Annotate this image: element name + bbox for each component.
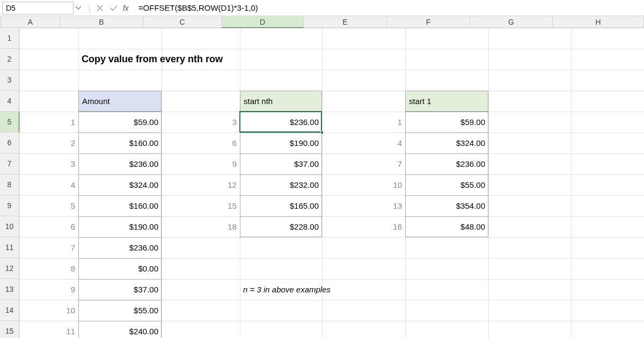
col-header-F[interactable]: F xyxy=(387,16,470,28)
col-header-A[interactable]: A xyxy=(1,16,60,28)
row-header-12[interactable]: 12 xyxy=(0,258,19,279)
amount-idx-8: 9 xyxy=(19,279,78,300)
start-nth-header: start nth xyxy=(240,91,322,112)
amount-idx-1: 2 xyxy=(19,133,78,153)
formula-text: =OFFSET($B$5,ROW(D1)*3-1,0) xyxy=(138,3,258,12)
row-header-10[interactable]: 10 xyxy=(0,216,19,237)
amount-val-4: $160.00 xyxy=(78,195,162,216)
s1-idx-2: 7 xyxy=(322,153,405,174)
row-header-1[interactable]: 1 xyxy=(0,28,19,49)
amount-header: Amount xyxy=(78,91,162,112)
fx-icon[interactable]: fx xyxy=(123,4,129,12)
amount-val-1: $160.00 xyxy=(78,133,162,153)
fill-handle[interactable] xyxy=(320,131,324,134)
amount-val-9: $55.00 xyxy=(78,300,162,321)
nth-val-0: $236.00 xyxy=(240,112,322,133)
formula-bar: D5 | fx =OFFSET($B$5,ROW(D1)*3-1,0) xyxy=(0,0,644,16)
amount-val-5: $190.00 xyxy=(78,216,162,237)
nth-idx-4: 15 xyxy=(162,195,240,216)
amount-idx-2: 3 xyxy=(19,153,78,174)
nth-val-1: $190.00 xyxy=(240,133,322,153)
nth-idx-2: 9 xyxy=(162,153,240,174)
row-header-2[interactable]: 2 xyxy=(0,49,19,70)
col-header-H[interactable]: H xyxy=(553,16,644,28)
enter-icon[interactable] xyxy=(109,3,119,13)
amount-idx-3: 4 xyxy=(19,174,78,195)
row-header-11[interactable]: 11 xyxy=(0,237,19,258)
s1-idx-1: 4 xyxy=(322,133,405,153)
s1-val-1: $324.00 xyxy=(405,133,488,153)
formula-bar-controls: | fx xyxy=(83,3,134,13)
formula-input[interactable]: =OFFSET($B$5,ROW(D1)*3-1,0) xyxy=(134,2,642,14)
column-headers: ABCDEFGH xyxy=(0,16,644,28)
nth-val-2: $37.00 xyxy=(240,153,322,174)
amount-idx-5: 6 xyxy=(19,216,78,237)
nth-idx-1: 6 xyxy=(162,133,240,153)
nth-idx-3: 12 xyxy=(162,174,240,195)
spreadsheet-grid: ABCDEFGH 123456789101112131415 Copy valu… xyxy=(0,16,644,338)
row-header-6[interactable]: 6 xyxy=(0,133,19,153)
s1-idx-3: 10 xyxy=(322,174,405,195)
s1-idx-5: 16 xyxy=(322,216,405,237)
page-title: Copy value from every nth row xyxy=(78,49,347,70)
name-box-value: D5 xyxy=(6,4,16,12)
s1-val-2: $236.00 xyxy=(405,153,488,174)
amount-val-3: $324.00 xyxy=(78,174,162,195)
s1-val-5: $48.00 xyxy=(405,216,488,237)
amount-idx-4: 5 xyxy=(19,195,78,216)
amount-val-8: $37.00 xyxy=(78,279,162,300)
row-header-14[interactable]: 14 xyxy=(0,300,19,321)
row-header-15[interactable]: 15 xyxy=(0,321,19,338)
row-header-3[interactable]: 3 xyxy=(0,70,19,91)
amount-idx-10: 11 xyxy=(19,321,78,338)
name-box-dropdown-icon[interactable] xyxy=(74,6,83,10)
row-header-13[interactable]: 13 xyxy=(0,279,19,300)
name-box[interactable]: D5 xyxy=(2,2,74,14)
amount-idx-0: 1 xyxy=(19,112,78,133)
row-header-5[interactable]: 5 xyxy=(0,112,19,133)
nth-val-3: $232.00 xyxy=(240,174,322,195)
nth-val-4: $165.00 xyxy=(240,195,322,216)
s1-idx-4: 13 xyxy=(322,195,405,216)
select-all-corner[interactable] xyxy=(0,16,1,28)
nth-idx-0: 3 xyxy=(162,112,240,133)
amount-val-2: $236.00 xyxy=(78,153,162,174)
amount-idx-6: 7 xyxy=(19,237,78,258)
nth-idx-5: 18 xyxy=(162,216,240,237)
amount-val-6: $236.00 xyxy=(78,237,162,258)
cancel-icon[interactable] xyxy=(95,3,105,13)
col-header-C[interactable]: C xyxy=(143,16,222,28)
col-header-B[interactable]: B xyxy=(60,16,143,28)
note-text: n = 3 in above examples xyxy=(240,279,455,300)
col-header-D[interactable]: D xyxy=(222,16,304,28)
amount-idx-9: 10 xyxy=(19,300,78,321)
amount-val-0: $59.00 xyxy=(78,112,162,133)
cells-area[interactable]: Copy value from every nth rowAmount12345… xyxy=(19,28,644,338)
row-headers: 123456789101112131415 xyxy=(0,28,19,338)
row-header-9[interactable]: 9 xyxy=(0,195,19,216)
s1-val-3: $55.00 xyxy=(405,174,488,195)
row-header-7[interactable]: 7 xyxy=(0,153,19,174)
amount-idx-7: 8 xyxy=(19,258,78,279)
start-1-header: start 1 xyxy=(405,91,488,112)
row-header-8[interactable]: 8 xyxy=(0,174,19,195)
amount-val-10: $240.00 xyxy=(78,321,162,338)
s1-val-4: $354.00 xyxy=(405,195,488,216)
row-header-4[interactable]: 4 xyxy=(0,91,19,112)
amount-val-7: $0.00 xyxy=(78,258,162,279)
col-header-G[interactable]: G xyxy=(470,16,553,28)
col-header-E[interactable]: E xyxy=(304,16,387,28)
nth-val-5: $228.00 xyxy=(240,216,322,237)
s1-idx-0: 1 xyxy=(322,112,405,133)
s1-val-0: $59.00 xyxy=(405,112,488,133)
